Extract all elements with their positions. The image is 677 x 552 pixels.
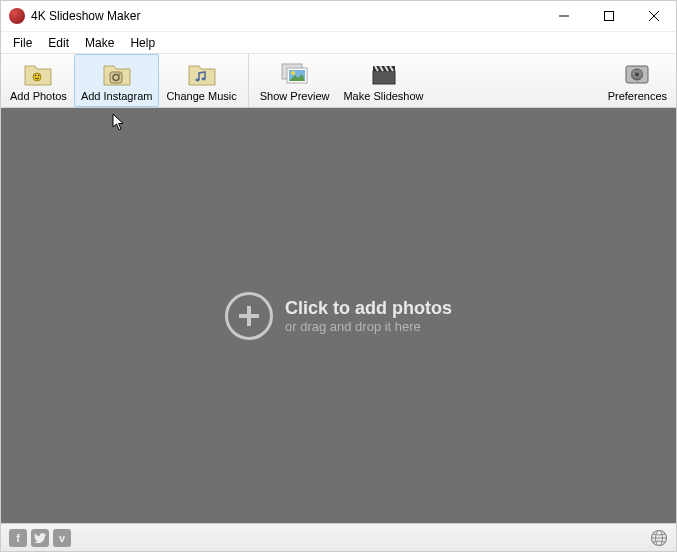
- change-music-button[interactable]: Change Music: [159, 54, 243, 107]
- svg-point-10: [195, 79, 199, 82]
- add-photos-label: Add Photos: [10, 90, 67, 102]
- content-area[interactable]: Click to add photos or drag and drop it …: [1, 108, 676, 523]
- drop-main-text: Click to add photos: [285, 298, 452, 319]
- add-instagram-label: Add Instagram: [81, 90, 153, 102]
- svg-point-9: [118, 73, 120, 75]
- svg-point-11: [201, 78, 205, 81]
- svg-point-15: [291, 71, 295, 75]
- globe-icon[interactable]: [650, 529, 668, 547]
- make-slideshow-button[interactable]: Make Slideshow: [336, 54, 430, 107]
- window-title: 4K Slideshow Maker: [31, 9, 541, 23]
- preferences-label: Preferences: [608, 90, 667, 102]
- mouse-cursor: [112, 113, 128, 133]
- drop-text: Click to add photos or drag and drop it …: [285, 298, 452, 334]
- menu-file[interactable]: File: [5, 34, 40, 52]
- svg-point-5: [35, 75, 37, 77]
- show-preview-label: Show Preview: [260, 90, 330, 102]
- preferences-button[interactable]: Preferences: [601, 54, 674, 107]
- preview-icon: [279, 59, 311, 89]
- svg-rect-1: [604, 12, 613, 21]
- maximize-button[interactable]: [586, 1, 631, 31]
- facebook-icon[interactable]: f: [9, 529, 27, 547]
- menu-edit[interactable]: Edit: [40, 34, 77, 52]
- add-photos-button[interactable]: Add Photos: [3, 54, 74, 107]
- folder-music-icon: [186, 59, 218, 89]
- toolbar: Add Photos Add Instagram Change Music Sh…: [1, 53, 676, 108]
- gear-icon: [621, 59, 653, 89]
- twitter-icon[interactable]: [31, 529, 49, 547]
- app-icon: [9, 8, 25, 24]
- clapperboard-icon: [368, 59, 400, 89]
- add-instagram-button[interactable]: Add Instagram: [74, 54, 160, 107]
- folder-instagram-icon: [101, 59, 133, 89]
- menu-help[interactable]: Help: [122, 34, 163, 52]
- minimize-button[interactable]: [541, 1, 586, 31]
- statusbar: f v: [1, 523, 676, 551]
- drop-sub-text: or drag and drop it here: [285, 319, 452, 334]
- menu-make[interactable]: Make: [77, 34, 122, 52]
- make-slideshow-label: Make Slideshow: [343, 90, 423, 102]
- show-preview-button[interactable]: Show Preview: [253, 54, 337, 107]
- menubar: File Edit Make Help: [1, 31, 676, 53]
- close-button[interactable]: [631, 1, 676, 31]
- drop-zone[interactable]: Click to add photos or drag and drop it …: [225, 292, 452, 340]
- window-controls: [541, 1, 676, 31]
- change-music-label: Change Music: [166, 90, 236, 102]
- svg-point-6: [38, 75, 40, 77]
- folder-photo-icon: [22, 59, 54, 89]
- social-links: f v: [9, 529, 71, 547]
- titlebar: 4K Slideshow Maker: [1, 1, 676, 31]
- vimeo-icon[interactable]: v: [53, 529, 71, 547]
- plus-circle-icon: [225, 292, 273, 340]
- svg-rect-16: [373, 71, 395, 84]
- svg-point-19: [635, 73, 639, 77]
- svg-point-4: [33, 73, 41, 81]
